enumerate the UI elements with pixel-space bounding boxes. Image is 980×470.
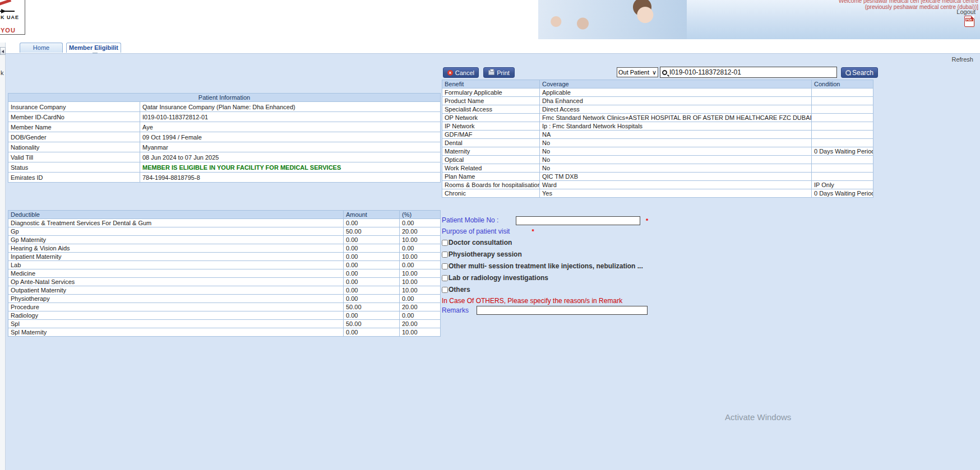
deductible-row: Hearing & Vision Aids0.000.00 [8, 244, 441, 253]
collapsed-sidebar: k [0, 43, 6, 470]
deductible-cell: 0.00 [400, 311, 441, 320]
deductible-row: Op Ante-Natal Services0.0010.00 [8, 278, 441, 286]
deductible-cell: Outpatient Maternity [8, 286, 344, 295]
logo-arrow-line [0, 11, 15, 12]
sidebar-collapse-arrow-icon[interactable] [0, 47, 6, 55]
logo-text-you: YOU [1, 27, 16, 34]
tab-member-eligibility-label: Member Eligibilit [69, 44, 118, 51]
pdf-export-icon[interactable] [964, 16, 974, 27]
benefit-cell: Fmc Standard Network Clinics+ASTER HOSPI… [540, 114, 812, 122]
benefit-cell: Direct Access [540, 105, 812, 114]
member-search-input[interactable] [669, 68, 835, 76]
patient-type-select[interactable]: Out Patient ∨ [617, 67, 658, 77]
benefit-cell: Ward [540, 181, 812, 189]
purpose-option[interactable]: Other multi- session treatment like inje… [442, 262, 879, 271]
benefit-cell [812, 122, 873, 131]
benefit-cell: 0 Days Waiting Period [812, 189, 873, 198]
purpose-checkbox[interactable] [442, 287, 448, 293]
deductible-cell: Diagnostic & Treatment Services For Dent… [8, 219, 344, 227]
purpose-option[interactable]: Physiotherapy session [442, 250, 879, 259]
benefit-row: Rooms & Boards for hospitalisationWardIP… [442, 181, 873, 189]
patient-type-value: Out Patient [618, 68, 649, 77]
deductible-cell: Op Ante-Natal Services [8, 278, 344, 286]
deductible-cell: Gp [8, 227, 344, 236]
remarks-input[interactable] [477, 306, 648, 315]
deductible-cell: 0.00 [344, 261, 400, 269]
mobile-required-marker: * [646, 217, 648, 224]
cancel-x-icon: x [447, 70, 453, 76]
deductible-cell: Hearing & Vision Aids [8, 244, 344, 253]
purpose-option[interactable]: Doctor consultation [442, 238, 879, 247]
mobile-number-input[interactable] [516, 216, 640, 225]
benefit-cell: QIC TM DXB [540, 173, 812, 181]
deductible-cell: 0.00 [344, 244, 400, 253]
benefit-cell: No [540, 139, 812, 147]
refresh-link[interactable]: Refresh [951, 56, 973, 63]
deductible-cell: Spl [8, 320, 344, 328]
cancel-button[interactable]: x Cancel [443, 67, 479, 78]
patient-info-value: MEMBER IS ELIGIBLE IN YOUR FACILITY FOR … [140, 162, 441, 173]
benefit-row: Formulary ApplicableApplicable [442, 89, 873, 97]
purpose-option[interactable]: Lab or radiology investigations [442, 273, 879, 282]
chevron-down-icon: ∨ [652, 68, 657, 77]
purpose-checkbox[interactable] [442, 263, 448, 269]
tab-bar: Home Member Eligibilit× [6, 43, 980, 53]
deductible-cell: 0.00 [344, 295, 400, 303]
deductibles-col-deductible: Deductible [8, 211, 344, 219]
benefit-cell: Ip : Fmc Standard Network Hospitals [540, 122, 812, 131]
deductible-cell: Radiology [8, 311, 344, 320]
benefit-cell: Work Related [442, 164, 540, 173]
patient-info-label: Valid Till [8, 152, 140, 162]
benefit-row: DentalNo [442, 139, 873, 147]
benefit-row: OpticalNo [442, 156, 873, 164]
tab-member-eligibility[interactable]: Member Eligibilit× [66, 43, 121, 53]
benefit-cell [812, 139, 873, 147]
deductible-row: Physiotherapy0.000.00 [8, 295, 441, 303]
deductible-row: Radiology0.000.00 [8, 311, 441, 320]
deductibles-header-row: Deductible Amount (%) [8, 211, 441, 219]
deductible-cell: 0.00 [344, 236, 400, 244]
benefit-cell: Chronic [442, 189, 540, 198]
deductible-cell: 20.00 [400, 320, 441, 328]
benefit-cell: No [540, 164, 812, 173]
patient-info-row: Insurance CompanyQatar Insurance Company… [8, 102, 441, 112]
deductible-cell: 0.00 [344, 269, 400, 278]
benefit-cell: Formulary Applicable [442, 89, 540, 97]
deductible-cell: Lab [8, 261, 344, 269]
tab-home[interactable]: Home [20, 43, 63, 53]
benefit-row: Work RelatedNo [442, 164, 873, 173]
benefit-row: Product NameDha Enhanced [442, 97, 873, 105]
purpose-checkbox[interactable] [442, 240, 448, 246]
deductible-row: Medicine0.0010.00 [8, 269, 441, 278]
patient-info-row: StatusMEMBER IS ELIGIBLE IN YOUR FACILIT… [8, 162, 441, 173]
benefit-cell: Plan Name [442, 173, 540, 181]
welcome-line1: Welcome peshawar medical cen [exicare me… [839, 0, 978, 4]
benefit-cell: Yes [540, 189, 812, 198]
logout-link[interactable]: Logout [956, 8, 976, 15]
search-button[interactable]: Search [841, 67, 878, 78]
print-button[interactable]: Print [483, 67, 515, 78]
benefit-cell: Dha Enhanced [540, 97, 812, 105]
logo-text-kuae: K UAE [1, 15, 19, 20]
search-icon [662, 70, 667, 75]
deductible-cell: Procedure [8, 303, 344, 311]
purpose-checkbox[interactable] [442, 275, 448, 281]
deductible-cell: 10.00 [400, 278, 441, 286]
benefit-row: Specialist AccessDirect Access [442, 105, 873, 114]
benefit-cell [812, 114, 873, 122]
deductible-cell: 0.00 [400, 295, 441, 303]
tab-home-label: Home [33, 44, 49, 51]
content-area: Refresh x Cancel Print Out Patient ∨ Sea… [6, 53, 980, 470]
benefit-cell: IP Only [812, 181, 873, 189]
patient-info-row: Member ID-CardNoI019-010-118372812-01 [8, 112, 441, 122]
search-button-icon [845, 70, 850, 76]
benefit-row: Plan NameQIC TM DXB [442, 173, 873, 181]
benefit-cell [812, 164, 873, 173]
benefit-cell: Maternity [442, 147, 540, 156]
purpose-checkbox[interactable] [442, 252, 448, 258]
purpose-options: Doctor consultationPhysiotherapy session… [442, 238, 879, 294]
purpose-option[interactable]: Others [442, 285, 879, 294]
member-eligibility-page: K UAE YOU Welcome peshawar medical cen [… [0, 0, 980, 470]
benefit-cell [812, 156, 873, 164]
benefit-cell: 0 Days Waiting Period [812, 147, 873, 156]
